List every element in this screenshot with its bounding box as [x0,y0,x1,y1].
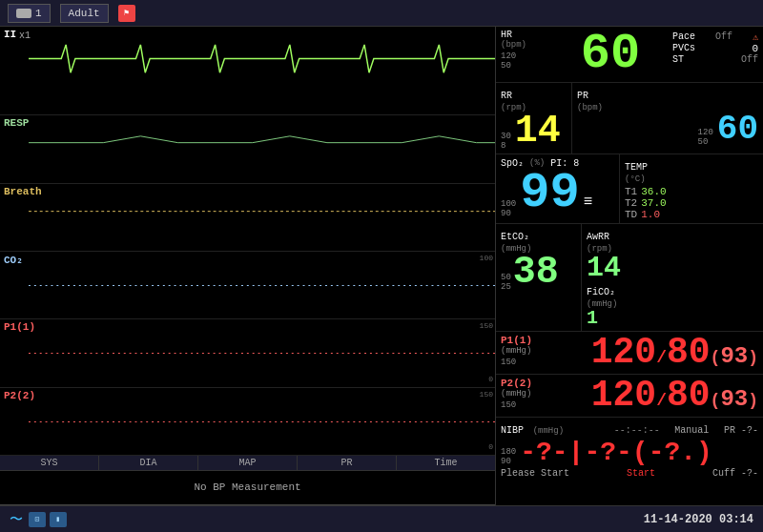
p1-block: P1(1) (mmHg) 150 120/80(93) [496,332,763,375]
co2-scale-high: 100 [480,254,493,262]
p2-map: 93 [720,386,748,412]
fico2-value: 1 [587,307,598,329]
pr-right-block: PR (bpm) 120 50 60 [572,83,763,153]
etco2-scale-mid: 25 [501,282,511,292]
nibp-cuff-label: Cuff -?- [712,468,758,479]
ecg-wave-row: II x1 [0,27,495,115]
rr-scale-value: 30 8 14 [501,113,567,151]
hr-value-display: 60 [548,30,672,79]
rr-scale-low: 8 [501,141,511,151]
rr-title: RR [501,91,512,101]
nibp-unit: (mmHg) [533,426,564,436]
p1-unit: (mmHg) [501,346,532,356]
nibp-col-dia: DIA [99,456,198,470]
co2-waveform [29,265,495,293]
mode-label[interactable]: Adult [60,4,109,23]
awrr-fico2-block: AwRR (rpm) 14 FiCO₂ (mmHg) 1 [582,224,763,331]
resp-waveform [29,129,495,156]
pr-scale-low: 50 [698,137,713,147]
right-panel: HR (bpm) 120 50 60 Pace Off ⚠ PVCs 0 [496,27,763,505]
p2-block: P2(2) (mmHg) 150 120/80(93) [496,375,763,418]
etco2-title: EtCO₂ [501,232,529,242]
hr-scale-low: 50 [501,61,548,71]
etco2-scale: 50 25 [501,273,511,292]
p1-title: P1(1) [501,335,532,346]
st-value: Off [741,54,758,65]
nibp-label-col: NIBP (mmHg) [501,420,564,438]
nibp-value: -?-|-?-(-?.) [520,440,712,466]
nibp-right-info: --:--:-- Manual PR -?- [614,420,758,438]
spo2-scale-high: 100 [501,199,516,209]
nibp-col-time: Time [397,456,495,470]
p2-scale-high: 150 [480,390,493,399]
nibp-scale-high: 180 [501,447,516,457]
nibp-title: NIBP [501,425,524,436]
ecg-lead-label: II [4,29,491,40]
nibp-scale-low: 90 [501,457,516,466]
temp-t2-value: 37.0 [641,197,666,209]
nibp-col-pr: PR [298,456,397,470]
please-start-label: Please Start [501,468,569,479]
nibp-pr-right: PR -?- [724,425,758,436]
nibp-col-map: MAP [198,456,298,470]
spo2-block: SpO₂ (%) PI: 8 100 90 99 ≡ [496,154,620,223]
hr-right-params: Pace Off ⚠ PVCs 0 ST Off [672,30,758,65]
spo2-scale-low: 90 [501,209,516,218]
waveform-panel: II x1 RESP Breath CO₂ 100 [0,27,496,505]
alarm-icon[interactable]: ⚑ [118,5,135,22]
hr-block: HR (bpm) 120 50 60 Pace Off ⚠ PVCs 0 [496,27,763,83]
wave-symbol-icon: 〜 [10,511,23,528]
temp-td-label: TD [625,209,637,220]
temp-t2-row: T2 37.0 [625,197,758,209]
p1-display: 120/80(93) [591,332,758,373]
awrr-value: 14 [587,252,621,284]
hr-value: 60 [581,26,640,82]
pvcs-label: PVCs [672,43,695,54]
bed-slot[interactable]: 1 [8,4,51,23]
breath-label: Breath [4,186,491,197]
spo2-scale: 100 90 [501,199,516,218]
awrr-section: AwRR (rpm) 14 [587,227,758,282]
p2-label-col: P2(2) (mmHg) 150 [501,378,532,410]
nibp-right-block: NIBP (mmHg) --:--:-- Manual PR -?- 180 9… [496,418,763,505]
bed-icon [16,9,31,18]
p2-scale-val: 150 [501,400,532,410]
temp-t1-row: T1 36.0 [625,186,758,197]
hr-scale-high: 120 [501,51,548,61]
p2-scale-low: 0 [488,442,493,451]
st-row: ST Off [672,54,758,65]
resp-wave-row: RESP [0,115,495,183]
p2-unit: (mmHg) [501,389,532,399]
main-area: II x1 RESP Breath CO₂ 100 [0,27,763,505]
temp-title: TEMP [625,162,648,173]
start-button-text[interactable]: Start [627,468,655,479]
nibp-col-sys: SYS [0,456,99,470]
etco2-block: EtCO₂ (mmHg) 50 25 38 [496,224,582,331]
bottom-bar: 〜 ⊡ ▮ 11-14-2020 03:14 [0,505,763,532]
awrr-title: AwRR [587,232,609,242]
pr-scale-value: 120 50 60 [577,113,758,147]
battery-icon: ▮ [50,512,67,527]
temp-unit: (°C) [625,174,758,184]
temp-values: T1 36.0 T2 37.0 TD 1.0 [625,186,758,220]
p2-wave-label: P2(2) [4,390,491,401]
p1-label-col: P1(1) (mmHg) 150 [501,335,532,367]
rr-scale-high: 30 [501,132,511,141]
bed-number: 1 [35,8,42,19]
p2-title: P2(2) [501,378,532,389]
top-bar: 1 Adult ⚑ [0,0,763,27]
p1-scale-high: 150 [480,321,493,330]
breath-wave-row: Breath [0,184,495,252]
temp-t2-label: T2 [625,197,637,209]
spo2-value-row: 100 90 99 ≡ [501,169,614,218]
fico2-section: FiCO₂ (mmHg) 1 [587,282,758,328]
spo2-temp-block: SpO₂ (%) PI: 8 100 90 99 ≡ TEMP (°C) [496,154,763,224]
p2-display: 120/80(93) [591,375,758,416]
pr-scale-high: 120 [698,128,713,137]
fico2-unit: (mmHg) [587,299,758,309]
pace-value: Off [715,31,732,43]
datetime-display: 11-14-2020 03:14 [644,513,753,526]
bottom-left-area: 〜 ⊡ ▮ [10,511,67,528]
p2-waveform [29,401,495,429]
p1-dia: 80 [667,332,711,373]
